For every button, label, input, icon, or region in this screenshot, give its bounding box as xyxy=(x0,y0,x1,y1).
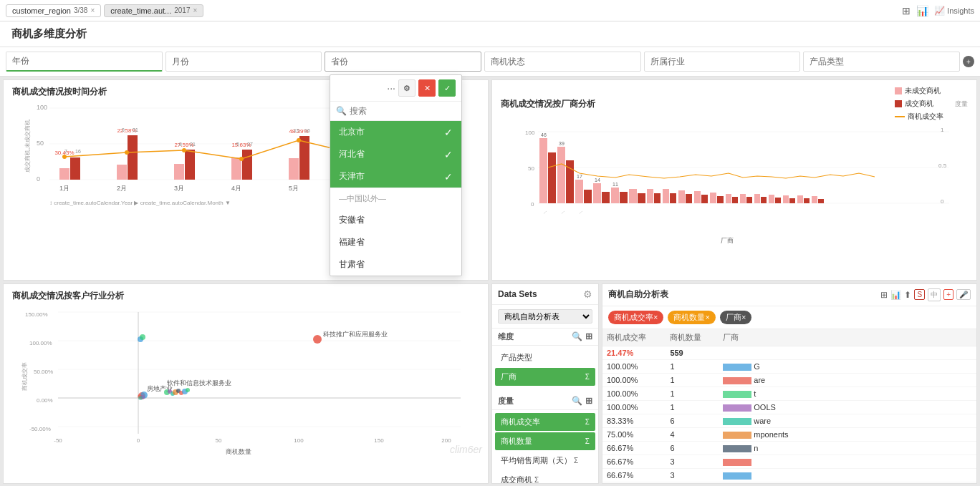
measure-rate[interactable]: 商机成交率 Σ xyxy=(495,413,595,431)
dim-vendor[interactable]: 厂商 Σ xyxy=(495,368,595,386)
dropdown-option-tianjin[interactable]: 天津市 ✓ xyxy=(330,165,461,188)
svg-text:4月: 4月 xyxy=(231,185,241,192)
tags-row: 商机成交率× 商机数量× 厂商× xyxy=(602,306,976,329)
dropdown-option-gansu[interactable]: 甘肃省 xyxy=(330,253,461,276)
svg-rect-10 xyxy=(117,165,127,180)
confirm-btn[interactable]: ✓ xyxy=(438,79,456,97)
company-logo: clim6er xyxy=(450,444,482,455)
analysis-table: 商机成交率 商机数量 厂商 21.47% 559 xyxy=(602,329,976,484)
data-sets-panel: Data Sets ⚙ 商机自助分析表 维度 🔍 ⊞ 产品类型 xyxy=(491,283,599,485)
filter-province-label: 省份 xyxy=(331,56,348,68)
svg-text:0: 0 xyxy=(531,201,534,208)
dim-product-type[interactable]: 产品类型 xyxy=(495,349,595,366)
dropdown-option-anhui[interactable]: 安徽省 xyxy=(330,209,461,231)
top-bar-icons: ⊞ 📊 📈 Insights xyxy=(902,5,974,16)
tab1-label: customer_region xyxy=(12,6,71,15)
search-dim-icon[interactable]: 🔍 xyxy=(572,331,582,341)
filter-status[interactable]: 商机状态 xyxy=(484,52,641,72)
dropdown-option-fujian[interactable]: 福建省 xyxy=(330,231,461,253)
row7-vendor: n xyxy=(719,442,833,455)
row4-vendor: OOLS xyxy=(719,400,833,414)
svg-text:0: 0 xyxy=(37,175,40,183)
chart-view-icon[interactable]: 📊 xyxy=(890,290,901,300)
mic-icon[interactable]: 🎤 xyxy=(956,289,971,300)
filter-product[interactable]: 产品类型 xyxy=(803,52,960,72)
clear-btn[interactable]: ✕ xyxy=(418,79,436,97)
plus-icon[interactable]: + xyxy=(943,289,953,300)
tag-vendor-label: 厂商× xyxy=(726,312,746,323)
svg-point-141 xyxy=(313,335,322,344)
insights-button[interactable]: 📈 Insights xyxy=(934,6,974,16)
col-count: 商机数量 xyxy=(666,329,719,346)
svg-text:5: 5 xyxy=(236,142,239,147)
svg-text:软件和信息技术服务业: 软件和信息技术服务业 xyxy=(167,379,231,387)
svg-text:100: 100 xyxy=(294,437,304,444)
svg-rect-70 xyxy=(593,183,601,203)
settings-measure-icon[interactable]: ⊞ xyxy=(585,396,592,406)
top-bar: customer_region 3/38 × create_time.aut..… xyxy=(0,0,980,21)
svg-text:50: 50 xyxy=(528,165,534,172)
dots-icon[interactable]: ··· xyxy=(387,82,395,94)
svg-text:9: 9 xyxy=(122,127,125,132)
dropdown-search: 🔍 xyxy=(330,102,461,121)
svg-rect-16 xyxy=(185,150,195,180)
svg-rect-76 xyxy=(629,189,637,203)
tag-count-label: 商机数量× xyxy=(673,312,709,323)
datasets-settings-icon[interactable]: ⚙ xyxy=(583,288,592,300)
table-row: 66.67% 3 xyxy=(602,455,976,469)
measure-avg-sigma: Σ xyxy=(574,457,578,465)
tag-rate[interactable]: 商机成交率× xyxy=(608,311,663,324)
measure-avg-cycle[interactable]: 平均销售周期（天） Σ xyxy=(495,452,595,470)
datasets-dropdown[interactable]: 商机自助分析表 xyxy=(498,309,592,324)
legend-lost-label: 未成交商机 xyxy=(905,86,941,96)
row10-rate: 62.50% xyxy=(602,482,666,483)
tab1-close[interactable]: × xyxy=(90,6,95,14)
svg-text:16: 16 xyxy=(304,128,310,133)
zh-icon[interactable]: 中 xyxy=(928,288,941,301)
table-icon[interactable]: ⊞ xyxy=(880,290,888,300)
filter-province[interactable]: 省份 xyxy=(325,52,481,72)
option-overseas-label: —中国以外— xyxy=(339,193,386,204)
measure-count[interactable]: 商机数量 Σ xyxy=(495,432,595,450)
chart-icon: 📊 xyxy=(916,5,928,16)
svg-rect-89 xyxy=(732,197,738,203)
dropdown-search-input[interactable] xyxy=(350,106,456,116)
add-filter-button[interactable]: + xyxy=(963,56,974,67)
measure-won-deals[interactable]: 成交商机 Σ xyxy=(495,471,595,485)
dropdown-option-overseas[interactable]: —中国以外— xyxy=(330,188,461,209)
summary-count: 559 xyxy=(666,346,719,359)
dropdown-option-beijing[interactable]: 北京市 ✓ xyxy=(330,121,461,143)
tag-count[interactable]: 商机数量× xyxy=(668,311,715,324)
dropdown-toolbar: ··· ⚙ ✕ ✓ xyxy=(330,75,461,102)
option-hebei-label: 河北省 xyxy=(339,148,365,160)
row5-rate: 83.33% xyxy=(602,414,666,427)
filter-month[interactable]: 月份 xyxy=(165,52,322,72)
tab-create-time[interactable]: create_time.aut... 2017 × xyxy=(104,4,203,17)
tab2-close[interactable]: × xyxy=(193,6,198,14)
dimension-list: 产品类型 厂商 Σ xyxy=(492,346,598,390)
svg-text:46: 46 xyxy=(541,132,547,137)
tab2-label: create_time.aut... xyxy=(110,6,171,15)
svg-text:50: 50 xyxy=(37,140,44,147)
right-bottom-section: Data Sets ⚙ 商机自助分析表 维度 🔍 ⊞ 产品类型 xyxy=(491,283,977,485)
svg-rect-80 xyxy=(663,189,669,203)
settings-btn[interactable]: ⚙ xyxy=(398,79,415,97)
search-measure-icon[interactable]: 🔍 xyxy=(572,396,582,406)
S-icon[interactable]: S xyxy=(914,289,925,300)
settings-dim-icon[interactable]: ⊞ xyxy=(585,331,592,341)
export-icon[interactable]: ⬆ xyxy=(904,290,911,300)
svg-text:商机数量: 商机数量 xyxy=(226,448,251,455)
measure-count-sigma: Σ xyxy=(585,437,590,445)
filter-industry[interactable]: 所属行业 xyxy=(644,52,801,72)
tab-customer-region[interactable]: customer_region 3/38 × xyxy=(6,4,101,17)
svg-rect-11 xyxy=(128,135,138,180)
svg-point-44 xyxy=(297,138,301,142)
dropdown-option-hebei[interactable]: 河北省 ✓ xyxy=(330,143,461,165)
filter-year[interactable]: 年份 xyxy=(6,52,163,72)
svg-text:50: 50 xyxy=(216,437,222,444)
svg-rect-78 xyxy=(647,189,653,203)
svg-point-40 xyxy=(62,155,67,159)
legend-lost xyxy=(895,87,902,94)
tag-vendor[interactable]: 厂商× xyxy=(720,311,751,324)
row10-vendor: per Machines xyxy=(719,482,833,483)
